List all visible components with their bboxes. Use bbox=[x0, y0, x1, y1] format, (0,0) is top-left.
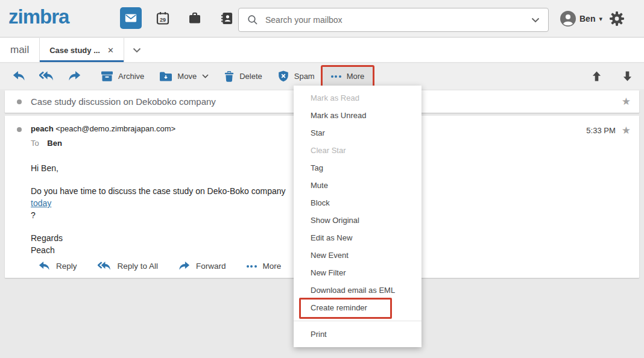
sender-name: peach bbox=[31, 124, 54, 133]
footer-reply-button[interactable]: Reply bbox=[39, 262, 77, 271]
more-label: More bbox=[347, 72, 365, 81]
mail-icon bbox=[124, 11, 137, 25]
archive-button[interactable]: Archive bbox=[101, 71, 144, 81]
to-label: To bbox=[31, 139, 39, 148]
topbar: zimbra 29 bbox=[0, 0, 644, 37]
menu-item-clear-star: Clear Star bbox=[294, 142, 421, 159]
footer-more-button[interactable]: More bbox=[247, 262, 282, 271]
more-button-annotation: More bbox=[321, 65, 375, 87]
more-dots-icon bbox=[247, 265, 257, 268]
forward-button[interactable] bbox=[65, 71, 83, 81]
menu-item-star[interactable]: Star bbox=[294, 124, 421, 142]
briefcase-icon bbox=[188, 11, 202, 25]
menu-item-create-reminder[interactable]: Create reminder bbox=[294, 299, 421, 316]
svg-text:29: 29 bbox=[160, 17, 166, 23]
footer-reply-label: Reply bbox=[56, 262, 77, 271]
contacts-icon bbox=[221, 11, 233, 25]
unread-dot-icon bbox=[17, 127, 22, 132]
menu-item-mute[interactable]: Mute bbox=[294, 177, 421, 194]
menu-item-tag[interactable]: Tag bbox=[294, 159, 421, 177]
footer-reply-all-button[interactable]: Reply to All bbox=[98, 262, 159, 271]
app-label-mail[interactable]: mail bbox=[0, 38, 39, 62]
move-chevron-down-icon bbox=[202, 74, 209, 78]
tab-bar: mail Case study ... ✕ bbox=[0, 38, 644, 63]
mail-app-button[interactable] bbox=[120, 7, 142, 29]
move-folder-icon bbox=[160, 72, 172, 81]
move-label: Move bbox=[177, 72, 197, 81]
spam-shield-icon bbox=[278, 71, 289, 82]
tab-title: Case study ... bbox=[49, 46, 100, 55]
forward-icon bbox=[68, 71, 81, 81]
conversation-star-icon[interactable]: ★ bbox=[622, 95, 631, 108]
footer-forward-label: Forward bbox=[196, 262, 226, 271]
more-dots-icon bbox=[331, 75, 341, 78]
menu-item-mark-as-read: Mark as Read bbox=[294, 89, 421, 107]
zimbra-logo: zimbra bbox=[8, 5, 69, 28]
spam-button[interactable]: Spam bbox=[278, 71, 315, 82]
archive-icon bbox=[101, 71, 113, 81]
reply-all-icon bbox=[39, 71, 54, 81]
menu-item-block[interactable]: Block bbox=[294, 194, 421, 212]
delete-button[interactable]: Delete bbox=[224, 71, 262, 82]
menu-item-new-filter[interactable]: New Filter bbox=[294, 264, 421, 281]
message-star-icon[interactable]: ★ bbox=[622, 124, 631, 137]
forward-icon bbox=[178, 262, 190, 271]
menu-item-mark-as-unread[interactable]: Mark as Unread bbox=[294, 107, 421, 124]
menu-divider bbox=[294, 321, 421, 321]
reply-button[interactable] bbox=[10, 71, 28, 81]
move-button[interactable]: Move bbox=[160, 72, 209, 81]
settings-button[interactable] bbox=[608, 10, 625, 27]
archive-label: Archive bbox=[118, 72, 144, 81]
menu-item-edit-as-new[interactable]: Edit as New bbox=[294, 229, 421, 247]
tab-case-study[interactable]: Case study ... ✕ bbox=[40, 38, 124, 62]
message-footer-actions: Reply Reply to All Forward More bbox=[39, 262, 281, 271]
reply-all-button[interactable] bbox=[37, 71, 55, 81]
user-caret-down-icon: ▾ bbox=[599, 15, 602, 23]
gear-icon bbox=[608, 10, 625, 27]
search-input[interactable] bbox=[265, 15, 531, 25]
message-navigation bbox=[592, 71, 644, 81]
avatar-icon bbox=[560, 11, 576, 27]
briefcase-app-button[interactable] bbox=[184, 7, 206, 29]
calendar-icon: 29 bbox=[156, 11, 170, 25]
user-name: Ben bbox=[579, 14, 595, 24]
menu-item-new-event[interactable]: New Event bbox=[294, 247, 421, 264]
search-scope-chevron-icon[interactable] bbox=[531, 17, 540, 23]
sender-email: <peach@demo.zimbrajapan.com> bbox=[55, 124, 175, 133]
menu-item-show-original[interactable]: Show Original bbox=[294, 212, 421, 229]
tab-list-chevron-down-icon[interactable] bbox=[124, 38, 150, 62]
reply-all-icon bbox=[98, 262, 112, 271]
footer-reply-all-label: Reply to All bbox=[118, 262, 159, 271]
footer-forward-button[interactable]: Forward bbox=[178, 262, 226, 271]
message-time: 5:33 PM bbox=[586, 126, 615, 135]
today-link[interactable]: today bbox=[31, 197, 51, 209]
search-icon bbox=[247, 14, 258, 25]
trash-icon bbox=[224, 71, 234, 82]
menu-item-download-email-as-eml[interactable]: Download email as EML bbox=[294, 281, 421, 299]
more-context-menu: Mark as Read Mark as Unread Star Clear S… bbox=[294, 86, 421, 347]
sender-block: peach <peach@demo.zimbrajapan.com> To Be… bbox=[31, 124, 175, 148]
recipient-name: Ben bbox=[47, 139, 62, 148]
search-box bbox=[238, 8, 549, 32]
more-button[interactable]: More bbox=[323, 67, 373, 86]
footer-more-label: More bbox=[263, 262, 282, 271]
contacts-app-button[interactable] bbox=[216, 7, 238, 29]
unread-dot-icon bbox=[17, 99, 22, 104]
calendar-app-button[interactable]: 29 bbox=[152, 7, 174, 29]
previous-message-up-arrow-icon[interactable] bbox=[592, 71, 601, 81]
reply-icon bbox=[13, 71, 25, 81]
tab-close-icon[interactable]: ✕ bbox=[107, 46, 114, 55]
user-menu-button[interactable]: Ben ▾ bbox=[560, 11, 602, 27]
delete-label: Delete bbox=[239, 72, 262, 81]
next-message-down-arrow-icon[interactable] bbox=[623, 71, 632, 81]
menu-item-print[interactable]: Print bbox=[294, 324, 421, 345]
spam-label: Spam bbox=[294, 72, 315, 81]
conversation-subject: Case study discussion on Dekoboko compan… bbox=[31, 96, 216, 107]
reply-icon bbox=[39, 262, 50, 271]
